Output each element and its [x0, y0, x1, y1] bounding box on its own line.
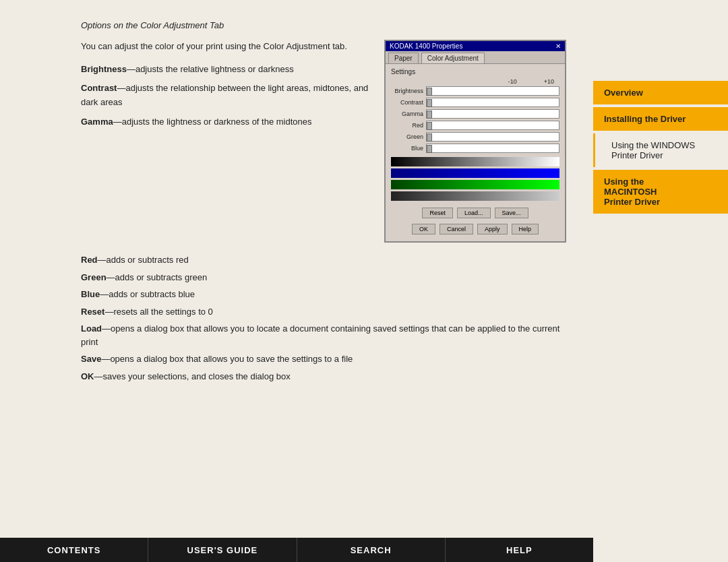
- article-body-rest: Red—adds or subtracts red Green—adds or …: [81, 253, 566, 383]
- bottom-btn-help[interactable]: HELP: [446, 538, 593, 562]
- ss-label-blue: Blue: [391, 145, 426, 152]
- ss-label-brightness: Brightness: [391, 88, 426, 94]
- page-wrapper: Options on the Color Adjustment Tab You …: [0, 0, 728, 562]
- screenshot-box: KODAK 1400 Properties ✕ Paper Color Adju…: [384, 40, 566, 243]
- ss-label-contrast: Contrast: [391, 99, 426, 106]
- ss-bar-gray: [391, 191, 559, 201]
- sidebar-item-macintosh[interactable]: Using theMACINTOSHPrinter Driver: [593, 170, 728, 214]
- article-title: Options on the Color Adjustment Tab: [81, 20, 566, 30]
- ss-title: KODAK 1400 Properties: [390, 42, 462, 50]
- ss-bar-bw: [391, 157, 559, 166]
- ss-action-buttons: Reset Load... Save...: [391, 205, 559, 221]
- ss-slider-track-gamma[interactable]: [426, 109, 559, 119]
- para-blue: Blue—adds or subtracts blue: [81, 288, 566, 301]
- ss-titlebar: KODAK 1400 Properties ✕: [386, 41, 565, 51]
- ss-slider-contrast: Contrast: [391, 98, 559, 107]
- para-green: Green—adds or subtracts green: [81, 271, 566, 284]
- ss-cancel-button[interactable]: Cancel: [439, 224, 473, 235]
- para-brightness: Brightness—adjusts the relative lightnes…: [81, 63, 371, 77]
- ss-tab-paper[interactable]: Paper: [388, 53, 419, 63]
- ss-label-gamma: Gamma: [391, 111, 426, 117]
- ss-footer-buttons: OK Cancel Apply Help: [391, 221, 559, 237]
- sidebar-item-installing[interactable]: Installing the Driver: [593, 107, 728, 131]
- ss-tab-color[interactable]: Color Adjustment: [421, 53, 485, 63]
- para-load: Load—opens a dialog box that allows you …: [81, 322, 566, 348]
- ss-slider-track-brightness[interactable]: [426, 86, 559, 96]
- para-contrast: Contrast—adjusts the relationship betwee…: [81, 82, 371, 110]
- ss-body: Settings -10 +10 Brightness Contrast: [386, 64, 565, 241]
- ss-slider-track-green[interactable]: [426, 132, 559, 142]
- bottom-btn-search[interactable]: SEARCH: [297, 538, 446, 562]
- ss-slider-red: Red: [391, 121, 559, 130]
- ss-slider-brightness: Brightness: [391, 86, 559, 96]
- sidebar-macintosh-label: Using theMACINTOSHPrinter Driver: [604, 177, 660, 207]
- ss-close-btn[interactable]: ✕: [555, 42, 561, 50]
- ss-ok-button[interactable]: OK: [412, 224, 435, 235]
- ss-save-button[interactable]: Save...: [495, 208, 528, 218]
- ss-settings-label: Settings: [391, 68, 559, 75]
- sidebar-item-windows[interactable]: Using the WINDOWS Printer Driver: [593, 133, 728, 167]
- ss-slider-green: Green: [391, 132, 559, 142]
- text-column: You can adjust the color of your print u…: [81, 40, 371, 243]
- ss-scale-pos: +10: [544, 78, 554, 85]
- content-area: You can adjust the color of your print u…: [81, 40, 566, 243]
- ss-help-button[interactable]: Help: [512, 224, 539, 235]
- para-reset: Reset—resets all the settings to 0: [81, 305, 566, 319]
- para-gamma: Gamma—adjusts the lightness or darkness …: [81, 115, 371, 129]
- article-intro: You can adjust the color of your print u…: [81, 40, 371, 53]
- ss-slider-blue: Blue: [391, 144, 559, 153]
- ss-label-green: Green: [391, 133, 426, 140]
- ss-apply-button[interactable]: Apply: [477, 224, 508, 235]
- sidebar: Overview Installing the Driver Using the…: [593, 0, 728, 562]
- ss-tabs: Paper Color Adjustment: [386, 51, 565, 64]
- bottom-bar: CONTENTS USER'S GUIDE SEARCH HELP: [0, 538, 593, 562]
- ss-load-button[interactable]: Load...: [457, 208, 491, 218]
- sidebar-overview-label: Overview: [604, 88, 643, 98]
- ss-color-bars: [391, 157, 559, 201]
- ss-label-red: Red: [391, 122, 426, 129]
- ss-slider-gamma: Gamma: [391, 109, 559, 119]
- ss-slider-track-red[interactable]: [426, 121, 559, 130]
- para-ok: OK—saves your selections, and closes the…: [81, 370, 566, 383]
- bottom-btn-contents[interactable]: CONTENTS: [0, 538, 148, 562]
- sidebar-item-overview[interactable]: Overview: [593, 81, 728, 104]
- para-red: Red—adds or subtracts red: [81, 253, 566, 267]
- ss-slider-track-blue[interactable]: [426, 144, 559, 153]
- main-content: Options on the Color Adjustment Tab You …: [0, 0, 593, 562]
- para-save: Save—opens a dialog box that allows you …: [81, 352, 566, 366]
- ss-scale-row: -10 +10: [391, 78, 559, 85]
- sidebar-installing-label: Installing the Driver: [604, 114, 686, 124]
- sidebar-windows-label: Using the WINDOWS Printer Driver: [611, 140, 695, 160]
- ss-bar-blue: [391, 168, 559, 178]
- ss-slider-track-contrast[interactable]: [426, 98, 559, 107]
- ss-scale-neg: -10: [508, 78, 517, 85]
- article-body: Brightness—adjusts the relative lightnes…: [81, 63, 371, 129]
- bottom-bar-inner: CONTENTS USER'S GUIDE SEARCH HELP: [0, 538, 593, 562]
- ss-bar-green: [391, 180, 559, 189]
- bottom-btn-guide[interactable]: USER'S GUIDE: [148, 538, 297, 562]
- ss-reset-button[interactable]: Reset: [422, 208, 453, 218]
